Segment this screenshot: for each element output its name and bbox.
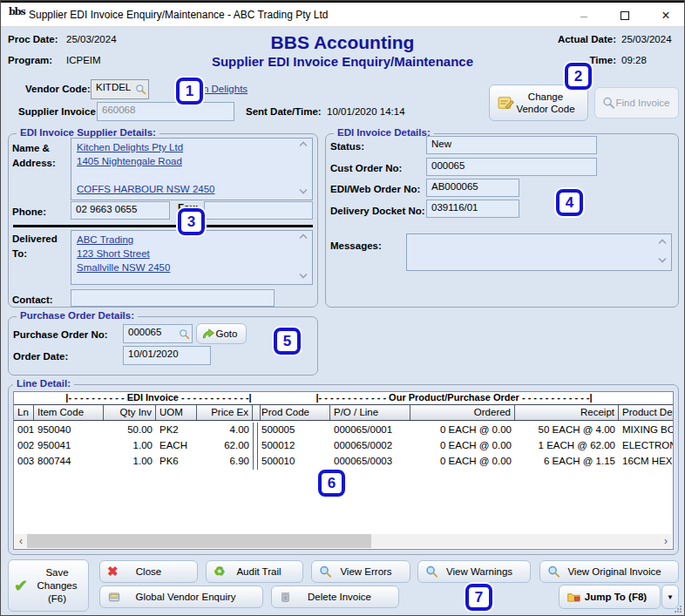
find-invoice-button[interactable]: Find Invoice: [594, 87, 679, 118]
window-title: Supplier EDI Invoice Enquiry/Maintenance…: [29, 3, 329, 27]
edi-invoice-group-header: |- - - - - - - - - - EDI Invoice - - - -…: [49, 392, 268, 404]
chevron-down-icon[interactable]: [297, 188, 309, 197]
scroll-left-icon[interactable]: ‹: [15, 534, 27, 548]
cust-order-label: Cust Order No:: [330, 163, 402, 173]
audit-trail-button[interactable]: ♻ Audit Trail: [206, 560, 303, 583]
table-header-row: Ln Item Code Qty Inv UOM Price Ex Prod C…: [14, 404, 674, 421]
view-original-invoice-button[interactable]: View Original Invoice: [539, 560, 679, 583]
col-header-qty-inv[interactable]: Qty Inv: [104, 405, 156, 420]
global-vendor-enquiry-button[interactable]: Global Vendor Enquiry: [99, 586, 263, 608]
time-label: Time:: [590, 55, 616, 65]
col-header-ln[interactable]: Ln: [14, 405, 34, 420]
bbs-logo-icon: bbs: [9, 8, 24, 24]
col-header-product-desc[interactable]: Product De: [619, 405, 674, 420]
resize-grip[interactable]: [674, 605, 682, 613]
scrollbar-thumb[interactable]: [27, 534, 371, 548]
supplier-address-box[interactable]: Kitchen Delights Pty Ltd 1405 Nightengal…: [71, 138, 313, 200]
note-pencil-icon: [497, 94, 515, 112]
annotation-5: 5: [274, 328, 301, 355]
order-date-label: Order Date:: [13, 351, 68, 362]
folder-icon: [566, 590, 581, 605]
supplier-address-line[interactable]: Kitchen Delights Pty Ltd: [77, 142, 183, 152]
close-dialog-button[interactable]: ✖ Close: [99, 560, 198, 583]
actual-date-label: Actual Date:: [558, 34, 616, 44]
horizontal-scrollbar[interactable]: ‹ ›: [15, 534, 672, 548]
goto-button[interactable]: Goto: [196, 323, 247, 344]
status-field[interactable]: New: [426, 136, 597, 154]
delivered-line[interactable]: ABC Trading: [77, 234, 133, 245]
save-changes-button[interactable]: ✔ Save Changes (F6): [8, 559, 89, 612]
view-errors-button[interactable]: View Errors: [311, 560, 410, 583]
scroll-right-icon[interactable]: ›: [660, 534, 672, 548]
chevron-down-icon[interactable]: [297, 273, 309, 281]
annotation-3: 3: [178, 208, 205, 235]
annotation-1: 1: [176, 78, 203, 105]
chevron-up-icon[interactable]: [297, 234, 309, 242]
search-icon: [602, 97, 615, 110]
close-window-icon: ×: [661, 8, 669, 24]
sent-datetime-label: Sent Date/Time:: [246, 106, 322, 117]
chevron-down-icon[interactable]: [656, 257, 668, 266]
delivered-line[interactable]: 123 Short Street: [77, 248, 150, 259]
vendor-code-field[interactable]: KITDEL: [91, 79, 149, 99]
jump-to-button[interactable]: Jump To (F8): [559, 585, 661, 609]
delivery-docket-field[interactable]: 039116/01: [426, 200, 519, 218]
goto-arrow-icon: [201, 327, 215, 341]
annotation-7: 7: [465, 584, 492, 611]
view-warnings-button[interactable]: View Warnings: [417, 560, 531, 583]
table-row[interactable]: 001 950040 50.00 PK2 4.00 500005 000065/…: [14, 423, 674, 438]
messages-box[interactable]: [406, 234, 672, 271]
sent-datetime-value: 10/01/2020 14:14: [327, 106, 405, 117]
supplier-details-title: EDI Invoice Supplier Details:: [17, 127, 159, 138]
order-date-field[interactable]: 10/01/2020: [123, 346, 211, 365]
supplier-address-line[interactable]: 1405 Nightengale Road: [77, 156, 182, 166]
phone-label: Phone:: [12, 206, 46, 217]
col-header-receipt[interactable]: Receipt: [515, 405, 619, 420]
delete-invoice-button[interactable]: Delete Invoice: [271, 586, 399, 608]
line-detail-title: Line Detail:: [13, 378, 74, 389]
maximize-button[interactable]: [607, 3, 643, 28]
line-detail-table[interactable]: |- - - - - - - - - - EDI Invoice - - - -…: [13, 391, 674, 550]
edi-web-order-field[interactable]: AB000065: [426, 179, 519, 197]
supplier-invoice-field[interactable]: 660068: [97, 102, 234, 121]
chevron-up-icon[interactable]: [297, 141, 309, 150]
table-row[interactable]: 003 800744 1.00 PK6 6.90 500010 000065/0…: [14, 454, 674, 470]
maximize-icon: [621, 11, 629, 20]
col-header-po-line[interactable]: P/O / Line: [330, 405, 410, 420]
delivered-to-box[interactable]: ABC Trading 123 Short Street Smallville …: [71, 230, 313, 285]
card-file-icon: [107, 590, 121, 604]
messages-label: Messages:: [330, 240, 382, 251]
status-label: Status:: [330, 141, 364, 152]
change-vendor-code-button[interactable]: Change Vendor Code: [489, 85, 588, 121]
fax-field[interactable]: [204, 201, 313, 220]
col-header-prod-code[interactable]: Prod Code: [258, 405, 330, 420]
supplier-address-line[interactable]: COFFS HARBOUR NSW 2450: [77, 184, 214, 194]
search-icon[interactable]: [179, 328, 190, 340]
cust-order-field[interactable]: 000065: [426, 158, 597, 176]
delivered-line[interactable]: Smallville NSW 2450: [77, 262, 170, 273]
contact-field[interactable]: [71, 289, 275, 307]
purchase-order-title: Purchase Order Details:: [17, 310, 138, 321]
po-number-field[interactable]: 000065: [123, 324, 193, 343]
chevron-up-icon[interactable]: [656, 239, 668, 247]
col-header-price-ex[interactable]: Price Ex: [197, 405, 253, 420]
close-x-icon: ✖: [107, 564, 119, 579]
contact-label: Contact:: [12, 294, 53, 305]
col-header-uom[interactable]: UOM: [156, 405, 197, 420]
table-row[interactable]: 002 950041 1.00 EACH 62.00 500012 000065…: [14, 438, 674, 454]
our-product-group-header: |- - - - - - - - - - - - Our Product/Pur…: [273, 392, 635, 404]
name-address-label2: Address:: [12, 158, 56, 168]
recycle-icon: ♻: [214, 564, 225, 579]
trash-icon: [279, 591, 292, 604]
delivered-to-label2: To:: [12, 248, 27, 259]
col-header-item-code[interactable]: Item Code: [34, 405, 104, 420]
check-icon: ✔: [14, 576, 28, 596]
col-header-ordered[interactable]: Ordered: [410, 405, 515, 420]
close-button[interactable]: ×: [648, 3, 684, 28]
invoice-details-title: EDI Invoice Details:: [334, 127, 434, 138]
minimize-button[interactable]: –: [566, 3, 602, 28]
search-icon[interactable]: [135, 84, 146, 95]
phone-field[interactable]: 02 9663 0655: [71, 201, 170, 220]
annotation-2: 2: [565, 63, 592, 90]
actual-date-value: 25/03/2024: [621, 34, 672, 44]
